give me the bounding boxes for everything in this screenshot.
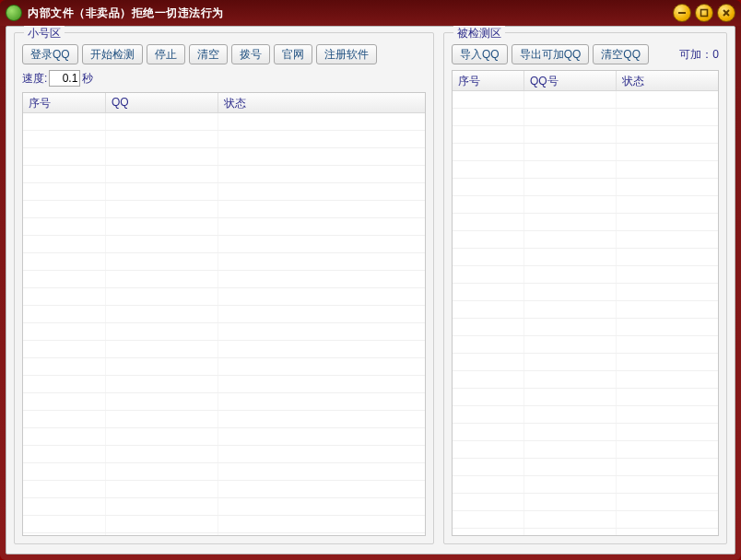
table-cell xyxy=(23,323,106,340)
left-grid-body[interactable] xyxy=(23,113,425,535)
table-row[interactable] xyxy=(453,441,718,459)
table-row[interactable] xyxy=(23,201,425,218)
table-row[interactable] xyxy=(23,481,425,498)
table-cell xyxy=(453,109,524,125)
table-row[interactable] xyxy=(23,428,425,446)
table-row[interactable] xyxy=(453,179,718,196)
table-cell xyxy=(23,271,106,287)
table-row[interactable] xyxy=(23,113,425,131)
table-row[interactable] xyxy=(453,336,718,354)
table-row[interactable] xyxy=(453,319,718,336)
table-cell xyxy=(23,201,106,217)
checked-panel: 被检测区 导入QQ 导出可加QQ 清空QQ 可加：0 序号 QQ号 状态 xyxy=(443,32,727,544)
stop-button[interactable]: 停止 xyxy=(147,44,185,64)
table-cell xyxy=(106,481,218,497)
table-row[interactable] xyxy=(453,389,718,406)
close-button[interactable] xyxy=(717,4,735,22)
table-row[interactable] xyxy=(453,126,718,144)
table-row[interactable] xyxy=(23,288,425,306)
table-row[interactable] xyxy=(23,358,425,376)
table-cell xyxy=(23,358,106,375)
table-cell xyxy=(23,446,106,462)
speed-input[interactable] xyxy=(49,70,80,87)
table-row[interactable] xyxy=(23,306,425,323)
client-area: 小号区 登录QQ 开始检测 停止 清空 拨号 官网 注册软件 速度: 秒 序号 … xyxy=(6,26,735,554)
table-row[interactable] xyxy=(453,301,718,319)
minimize-button[interactable] xyxy=(673,4,691,22)
left-col-status[interactable]: 状态 xyxy=(218,93,425,112)
left-col-index[interactable]: 序号 xyxy=(23,93,106,112)
table-row[interactable] xyxy=(453,511,718,529)
official-site-button[interactable]: 官网 xyxy=(274,44,312,64)
table-row[interactable] xyxy=(23,533,425,535)
table-row[interactable] xyxy=(453,284,718,301)
table-row[interactable] xyxy=(453,144,718,161)
table-row[interactable] xyxy=(453,91,718,109)
table-row[interactable] xyxy=(23,446,425,463)
table-cell xyxy=(453,511,524,528)
register-software-button[interactable]: 注册软件 xyxy=(316,44,377,64)
table-cell xyxy=(218,201,425,217)
right-grid-body[interactable] xyxy=(453,91,718,535)
table-row[interactable] xyxy=(453,371,718,389)
table-cell xyxy=(524,214,617,230)
table-row[interactable] xyxy=(23,271,425,288)
table-row[interactable] xyxy=(23,148,425,166)
table-row[interactable] xyxy=(453,459,718,476)
table-row[interactable] xyxy=(23,236,425,253)
table-cell xyxy=(524,476,617,493)
table-row[interactable] xyxy=(23,463,425,481)
table-cell xyxy=(453,319,524,335)
table-row[interactable] xyxy=(453,196,718,214)
addable-label: 可加： xyxy=(679,48,712,61)
table-row[interactable] xyxy=(453,476,718,494)
table-row[interactable] xyxy=(23,218,425,236)
table-row[interactable] xyxy=(23,341,425,358)
table-row[interactable] xyxy=(453,529,718,535)
table-row[interactable] xyxy=(453,109,718,126)
table-row[interactable] xyxy=(453,231,718,249)
table-row[interactable] xyxy=(453,494,718,511)
dial-button[interactable]: 拨号 xyxy=(231,44,270,64)
table-cell xyxy=(106,516,218,532)
login-qq-button[interactable]: 登录QQ xyxy=(22,44,78,64)
start-check-button[interactable]: 开始检测 xyxy=(82,44,143,64)
import-qq-button[interactable]: 导入QQ xyxy=(452,44,508,64)
left-col-qq[interactable]: QQ xyxy=(106,93,218,112)
table-cell xyxy=(218,148,425,165)
table-row[interactable] xyxy=(23,498,425,516)
clear-button[interactable]: 清空 xyxy=(189,44,228,64)
table-row[interactable] xyxy=(23,166,425,183)
table-row[interactable] xyxy=(23,183,425,201)
table-row[interactable] xyxy=(453,424,718,441)
table-cell xyxy=(23,183,106,200)
table-cell xyxy=(23,166,106,182)
right-col-qq[interactable]: QQ号 xyxy=(524,71,617,90)
table-cell xyxy=(23,253,106,270)
table-cell xyxy=(453,529,524,535)
maximize-icon xyxy=(700,8,709,18)
table-row[interactable] xyxy=(453,214,718,231)
table-row[interactable] xyxy=(453,249,718,266)
right-col-index[interactable]: 序号 xyxy=(453,71,524,90)
table-cell xyxy=(218,463,425,480)
table-cell xyxy=(106,411,218,427)
clear-qq-button[interactable]: 清空QQ xyxy=(593,44,649,64)
table-row[interactable] xyxy=(23,131,425,148)
table-row[interactable] xyxy=(23,323,425,341)
table-row[interactable] xyxy=(23,393,425,411)
table-row[interactable] xyxy=(23,253,425,271)
table-cell xyxy=(218,358,425,375)
table-row[interactable] xyxy=(23,516,425,533)
table-row[interactable] xyxy=(453,406,718,424)
table-row[interactable] xyxy=(453,161,718,179)
table-row[interactable] xyxy=(453,354,718,371)
table-row[interactable] xyxy=(23,411,425,428)
table-row[interactable] xyxy=(23,376,425,393)
right-col-status[interactable]: 状态 xyxy=(617,71,718,90)
table-cell xyxy=(524,441,617,458)
export-addable-button[interactable]: 导出可加QQ xyxy=(512,44,590,64)
maximize-button[interactable] xyxy=(695,4,713,22)
table-cell xyxy=(106,113,218,130)
table-row[interactable] xyxy=(453,266,718,284)
